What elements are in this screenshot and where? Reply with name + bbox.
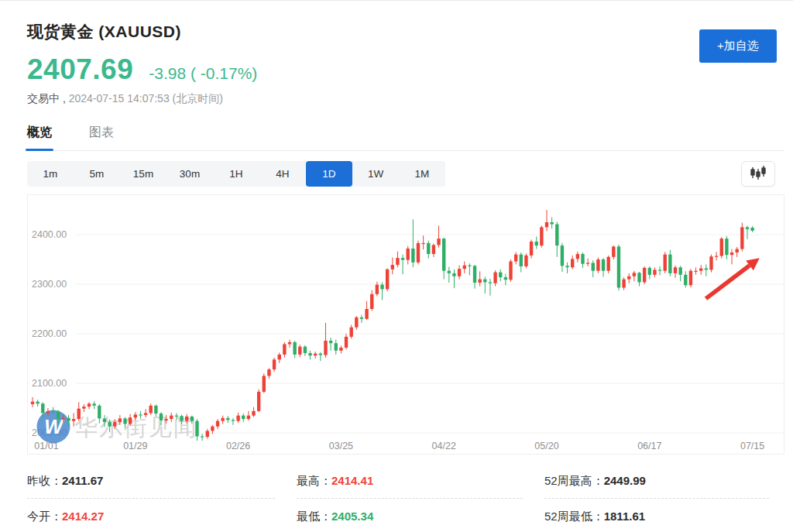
- quote-stats: 昨收：2411.67 最高：2414.41 52周最高：2449.99 今开：2…: [27, 463, 784, 532]
- svg-text:05/20: 05/20: [534, 441, 558, 451]
- timeframe-5m[interactable]: 5m: [74, 161, 120, 187]
- instrument-header: 现货黄金 (XAUUSD) 2407.69 -3.98 ( -0.17%) 交易…: [27, 1, 784, 106]
- timeframe-1H[interactable]: 1H: [213, 161, 259, 187]
- svg-text:01/29: 01/29: [123, 441, 147, 451]
- svg-text:07/15: 07/15: [740, 441, 764, 451]
- svg-text:03/25: 03/25: [329, 441, 353, 451]
- svg-text:华尔街见闻: 华尔街见闻: [74, 414, 198, 440]
- timeframe-1D[interactable]: 1D: [306, 161, 352, 187]
- add-watchlist-button[interactable]: +加自选: [699, 29, 777, 63]
- view-tabs: 概览 图表: [27, 125, 784, 151]
- quote-timestamp: 2024-07-15 14:07:53 (北京时间): [69, 92, 223, 105]
- stat-high: 最高：2414.41: [297, 463, 523, 499]
- stat-prev-close: 昨收：2411.67: [27, 463, 275, 499]
- svg-text:2100.00: 2100.00: [32, 378, 67, 389]
- stat-52w-high: 52周最高：2449.99: [544, 463, 769, 499]
- tab-overview[interactable]: 概览: [27, 125, 52, 150]
- instrument-title: 现货黄金 (XAUUSD): [27, 21, 784, 43]
- timeframe-1W[interactable]: 1W: [352, 161, 399, 187]
- candlestick-icon: [750, 165, 767, 183]
- chart-type-button[interactable]: [741, 161, 775, 187]
- candlestick-chart[interactable]: 2000.002100.002200.002300.002400.0001/01…: [28, 195, 784, 454]
- timeframe-4H[interactable]: 4H: [259, 161, 306, 187]
- stat-52w-low: 52周最低：1811.61: [544, 499, 769, 532]
- svg-text:2400.00: 2400.00: [32, 229, 67, 240]
- svg-text:2300.00: 2300.00: [32, 279, 67, 290]
- tab-chart[interactable]: 图表: [89, 125, 114, 150]
- timeframe-1m[interactable]: 1m: [27, 161, 74, 187]
- chart-toolbar: 1m 5m 15m 30m 1H 4H 1D 1W 1M: [27, 161, 784, 187]
- price-change: -3.98 ( -0.17%): [149, 64, 257, 83]
- price-chart-panel: 2000.002100.002200.002300.002400.0001/01…: [27, 194, 784, 455]
- stat-low: 最低：2405.34: [297, 499, 523, 532]
- svg-text:02/26: 02/26: [226, 441, 250, 451]
- timeframe-30m[interactable]: 30m: [166, 161, 213, 187]
- svg-text:W: W: [44, 416, 64, 438]
- timeframe-bar: 1m 5m 15m 30m 1H 4H 1D 1W 1M: [27, 161, 445, 187]
- last-price: 2407.69: [27, 53, 133, 86]
- timeframe-1M[interactable]: 1M: [399, 161, 445, 187]
- trading-status: 交易中 ,: [27, 92, 66, 105]
- timeframe-15m[interactable]: 15m: [120, 161, 166, 187]
- stat-open: 今开：2414.27: [27, 499, 275, 532]
- page: { "header": { "title": "现货黄金 (XAUUSD)", …: [0, 0, 793, 532]
- svg-text:04/22: 04/22: [432, 441, 456, 451]
- svg-text:06/17: 06/17: [637, 441, 661, 451]
- svg-text:2200.00: 2200.00: [32, 328, 67, 339]
